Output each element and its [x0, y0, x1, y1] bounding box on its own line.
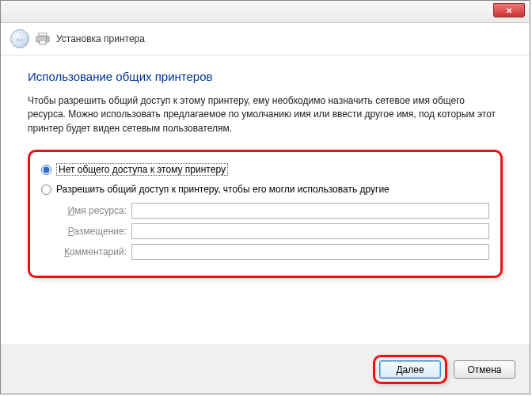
- next-highlight: Далее: [373, 355, 447, 384]
- header: ← Установка принтера: [1, 23, 530, 55]
- instruction-text: Чтобы разрешить общий доступ к этому при…: [28, 94, 503, 135]
- content: Использование общих принтеров Чтобы разр…: [1, 55, 530, 345]
- location-label: Размещение:: [59, 226, 131, 237]
- share-name-input[interactable]: [131, 203, 489, 219]
- next-button[interactable]: Далее: [379, 360, 441, 379]
- arrow-left-icon: ←: [15, 33, 25, 45]
- radio-share[interactable]: Разрешить общий доступ к принтеру, чтобы…: [41, 184, 489, 195]
- radio-share-label: Разрешить общий доступ к принтеру, чтобы…: [56, 184, 390, 195]
- header-title: Установка принтера: [56, 33, 145, 44]
- comment-input[interactable]: [131, 244, 489, 260]
- back-button[interactable]: ←: [10, 29, 29, 48]
- close-button[interactable]: ✕: [493, 3, 525, 17]
- field-share-name: Имя ресурса:: [41, 203, 489, 219]
- printer-icon: [36, 32, 50, 45]
- sharing-options-box: Нет общего доступа к этому принтеру Разр…: [28, 150, 503, 278]
- radio-share-input[interactable]: [41, 185, 51, 195]
- location-input[interactable]: [131, 223, 489, 239]
- radio-no-share[interactable]: Нет общего доступа к этому принтеру: [41, 163, 489, 176]
- wizard-window: ✕ ← Установка принтера Использование общ…: [0, 0, 530, 394]
- svg-rect-0: [39, 32, 47, 36]
- footer: Далее Отмена: [1, 345, 530, 394]
- share-name-label: Имя ресурса:: [59, 205, 131, 216]
- svg-point-3: [46, 38, 48, 40]
- field-location: Размещение:: [41, 223, 489, 239]
- close-icon: ✕: [506, 6, 512, 15]
- radio-no-share-input[interactable]: [41, 165, 51, 175]
- radio-no-share-label: Нет общего доступа к этому принтеру: [56, 163, 228, 176]
- titlebar: ✕: [1, 1, 530, 23]
- field-comment: Комментарий:: [41, 244, 489, 260]
- cancel-button[interactable]: Отмена: [454, 360, 515, 379]
- svg-rect-2: [40, 40, 46, 44]
- comment-label: Комментарий:: [59, 246, 131, 257]
- page-title: Использование общих принтеров: [28, 70, 503, 83]
